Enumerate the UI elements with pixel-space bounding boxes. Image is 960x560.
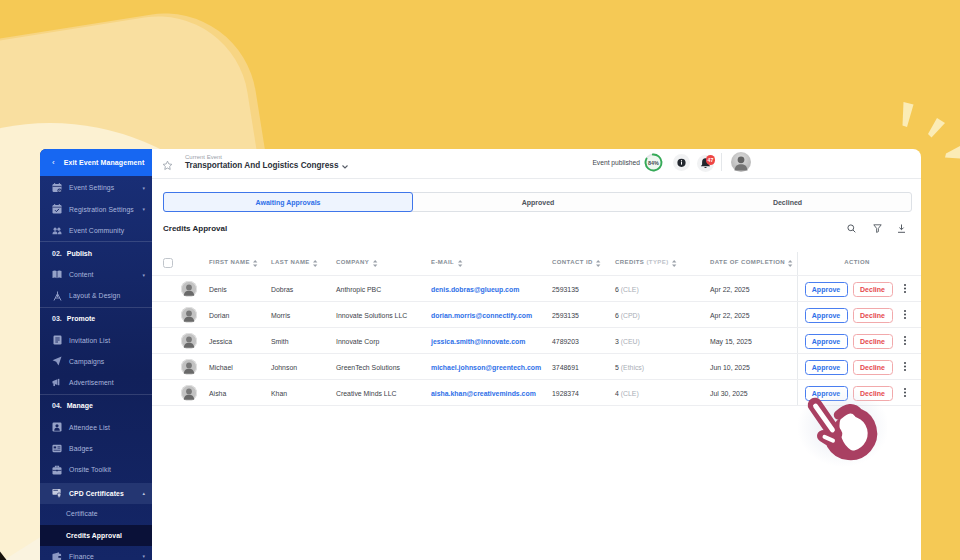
svg-text:84%: 84%: [648, 159, 659, 165]
